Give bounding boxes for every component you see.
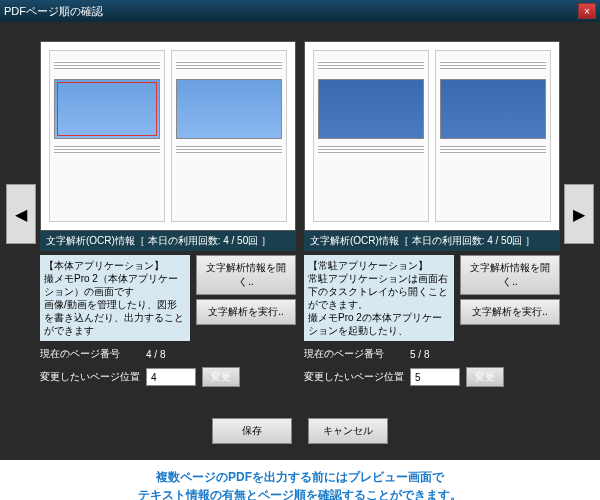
page-position-row: 変更したいページ位置 5 変更	[304, 367, 560, 387]
titlebar: PDFページ順の確認 ×	[0, 0, 600, 22]
cancel-button[interactable]: キャンセル	[308, 418, 388, 444]
page-position-spinner[interactable]: 4	[146, 368, 196, 386]
ocr-info-bar: 文字解析(OCR)情報［ 本日の利用回数: 4 / 50回 ］	[304, 231, 560, 251]
page-position-row: 変更したいページ位置 4 変更	[40, 367, 296, 387]
change-button[interactable]: 変更	[202, 367, 240, 387]
page-thumb-right	[171, 50, 287, 222]
page-thumb-left	[49, 50, 165, 222]
page-number-label: 現在のページ番号	[40, 347, 140, 361]
page-thumb-right	[435, 50, 551, 222]
close-icon: ×	[584, 6, 590, 17]
content-area: ◀ 文字解析(OCR)情報［ 本日の利用回数: 4 / 50回 ］	[0, 22, 600, 406]
app-info-text: 【常駐アプリケーション】 常駐アプリケーションは画面右下のタスクトレイから開くこ…	[304, 255, 454, 341]
page-position-label: 変更したいページ位置	[40, 370, 140, 384]
ocr-buttons: 文字解析情報を開く.. 文字解析を実行..	[460, 255, 560, 341]
open-ocr-button[interactable]: 文字解析情報を開く..	[460, 255, 560, 295]
arrow-left-icon: ◀	[15, 205, 27, 224]
page-number-label: 現在のページ番号	[304, 347, 404, 361]
prev-arrow[interactable]: ◀	[6, 184, 36, 244]
page-number-row: 現在のページ番号 5 / 8	[304, 347, 560, 361]
page-thumb-left	[313, 50, 429, 222]
page-panel-left: 文字解析(OCR)情報［ 本日の利用回数: 4 / 50回 ］ 【本体アプリケー…	[40, 41, 296, 387]
caption-text: 複数ページのPDFを出力する前にはプレビュー画面で テキスト情報の有無とページ順…	[0, 460, 600, 500]
ocr-info-bar: 文字解析(OCR)情報［ 本日の利用回数: 4 / 50回 ］	[40, 231, 296, 251]
page-position-spinner[interactable]: 5	[410, 368, 460, 386]
page-panel-right: 文字解析(OCR)情報［ 本日の利用回数: 4 / 50回 ］ 【常駐アプリケー…	[304, 41, 560, 387]
page-number-row: 現在のページ番号 4 / 8	[40, 347, 296, 361]
arrow-right-icon: ▶	[573, 205, 585, 224]
info-row: 【本体アプリケーション】 撮メモPro 2（本体アプリケーション）の画面です 画…	[40, 255, 296, 341]
page-preview	[304, 41, 560, 231]
app-info-text: 【本体アプリケーション】 撮メモPro 2（本体アプリケーション）の画面です 画…	[40, 255, 190, 341]
page-number-value: 5 / 8	[410, 349, 429, 360]
close-button[interactable]: ×	[578, 3, 596, 19]
footer-buttons: 保存 キャンセル	[0, 406, 600, 460]
run-ocr-button[interactable]: 文字解析を実行..	[196, 299, 296, 325]
save-button[interactable]: 保存	[212, 418, 292, 444]
next-arrow[interactable]: ▶	[564, 184, 594, 244]
panels: 文字解析(OCR)情報［ 本日の利用回数: 4 / 50回 ］ 【本体アプリケー…	[40, 41, 560, 387]
ocr-buttons: 文字解析情報を開く.. 文字解析を実行..	[196, 255, 296, 341]
page-number-value: 4 / 8	[146, 349, 165, 360]
page-preview	[40, 41, 296, 231]
page-position-label: 変更したいページ位置	[304, 370, 404, 384]
change-button[interactable]: 変更	[466, 367, 504, 387]
info-row: 【常駐アプリケーション】 常駐アプリケーションは画面右下のタスクトレイから開くこ…	[304, 255, 560, 341]
pdf-page-order-dialog: PDFページ順の確認 × ◀ 文字解析(OCR)情	[0, 0, 600, 460]
dialog-title: PDFページ順の確認	[4, 4, 103, 19]
open-ocr-button[interactable]: 文字解析情報を開く..	[196, 255, 296, 295]
run-ocr-button[interactable]: 文字解析を実行..	[460, 299, 560, 325]
